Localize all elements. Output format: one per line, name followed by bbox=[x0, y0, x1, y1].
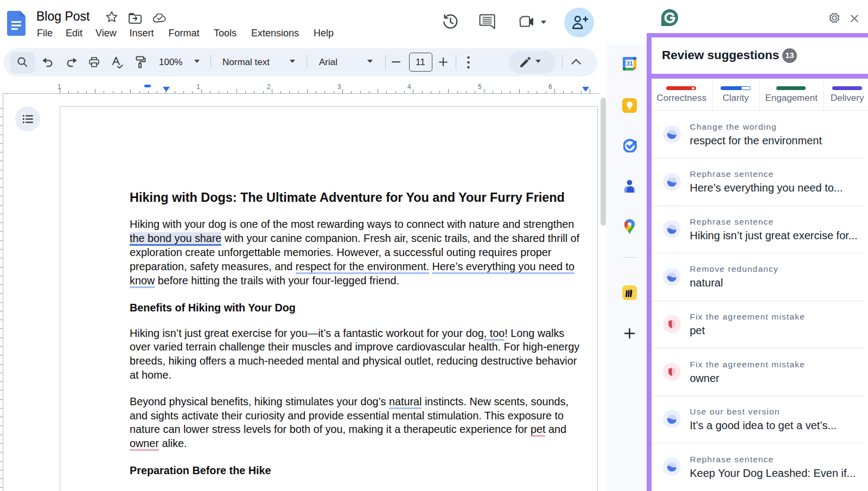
svg-text:31: 31 bbox=[626, 60, 633, 67]
